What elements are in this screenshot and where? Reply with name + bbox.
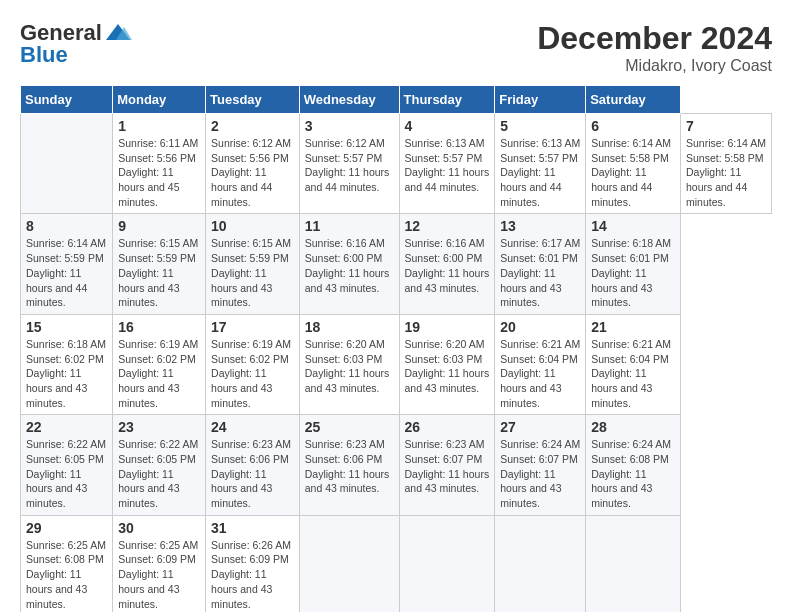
calendar-day-header: Tuesday	[206, 86, 300, 114]
day-info: Sunrise: 6:23 AMSunset: 6:07 PMDaylight:…	[405, 437, 490, 496]
day-number: 21	[591, 319, 675, 335]
day-info: Sunrise: 6:19 AMSunset: 6:02 PMDaylight:…	[118, 337, 200, 410]
calendar-cell: 27Sunrise: 6:24 AMSunset: 6:07 PMDayligh…	[495, 415, 586, 515]
day-number: 11	[305, 218, 394, 234]
day-info: Sunrise: 6:25 AMSunset: 6:09 PMDaylight:…	[118, 538, 200, 611]
calendar-week-row: 29Sunrise: 6:25 AMSunset: 6:08 PMDayligh…	[21, 515, 772, 612]
day-number: 5	[500, 118, 580, 134]
main-title: December 2024	[537, 20, 772, 57]
logo-icon	[104, 22, 132, 44]
calendar-cell: 22Sunrise: 6:22 AMSunset: 6:05 PMDayligh…	[21, 415, 113, 515]
day-number: 15	[26, 319, 107, 335]
day-number: 19	[405, 319, 490, 335]
calendar-day-header: Monday	[113, 86, 206, 114]
calendar-cell: 21Sunrise: 6:21 AMSunset: 6:04 PMDayligh…	[586, 314, 681, 414]
day-number: 9	[118, 218, 200, 234]
day-info: Sunrise: 6:26 AMSunset: 6:09 PMDaylight:…	[211, 538, 294, 611]
calendar-cell: 30Sunrise: 6:25 AMSunset: 6:09 PMDayligh…	[113, 515, 206, 612]
day-info: Sunrise: 6:15 AMSunset: 5:59 PMDaylight:…	[118, 236, 200, 309]
day-info: Sunrise: 6:25 AMSunset: 6:08 PMDaylight:…	[26, 538, 107, 611]
day-info: Sunrise: 6:13 AMSunset: 5:57 PMDaylight:…	[500, 136, 580, 209]
day-number: 17	[211, 319, 294, 335]
day-number: 26	[405, 419, 490, 435]
day-info: Sunrise: 6:22 AMSunset: 6:05 PMDaylight:…	[118, 437, 200, 510]
calendar-cell: 11Sunrise: 6:16 AMSunset: 6:00 PMDayligh…	[299, 214, 399, 314]
day-info: Sunrise: 6:22 AMSunset: 6:05 PMDaylight:…	[26, 437, 107, 510]
day-info: Sunrise: 6:16 AMSunset: 6:00 PMDaylight:…	[305, 236, 394, 295]
calendar-cell: 26Sunrise: 6:23 AMSunset: 6:07 PMDayligh…	[399, 415, 495, 515]
title-block: December 2024 Midakro, Ivory Coast	[537, 20, 772, 75]
day-number: 29	[26, 520, 107, 536]
calendar-cell: 9Sunrise: 6:15 AMSunset: 5:59 PMDaylight…	[113, 214, 206, 314]
day-info: Sunrise: 6:14 AMSunset: 5:58 PMDaylight:…	[591, 136, 675, 209]
day-info: Sunrise: 6:21 AMSunset: 6:04 PMDaylight:…	[500, 337, 580, 410]
day-number: 31	[211, 520, 294, 536]
calendar-cell: 23Sunrise: 6:22 AMSunset: 6:05 PMDayligh…	[113, 415, 206, 515]
day-number: 16	[118, 319, 200, 335]
calendar-week-row: 8Sunrise: 6:14 AMSunset: 5:59 PMDaylight…	[21, 214, 772, 314]
calendar-cell: 10Sunrise: 6:15 AMSunset: 5:59 PMDayligh…	[206, 214, 300, 314]
day-info: Sunrise: 6:23 AMSunset: 6:06 PMDaylight:…	[211, 437, 294, 510]
calendar-cell: 5Sunrise: 6:13 AMSunset: 5:57 PMDaylight…	[495, 114, 586, 214]
day-info: Sunrise: 6:21 AMSunset: 6:04 PMDaylight:…	[591, 337, 675, 410]
day-info: Sunrise: 6:20 AMSunset: 6:03 PMDaylight:…	[405, 337, 490, 396]
day-number: 28	[591, 419, 675, 435]
page-header: General Blue December 2024 Midakro, Ivor…	[20, 20, 772, 75]
day-number: 2	[211, 118, 294, 134]
day-info: Sunrise: 6:15 AMSunset: 5:59 PMDaylight:…	[211, 236, 294, 309]
calendar-cell: 28Sunrise: 6:24 AMSunset: 6:08 PMDayligh…	[586, 415, 681, 515]
calendar-day-header: Saturday	[586, 86, 681, 114]
calendar-cell	[586, 515, 681, 612]
calendar-cell: 29Sunrise: 6:25 AMSunset: 6:08 PMDayligh…	[21, 515, 113, 612]
day-info: Sunrise: 6:16 AMSunset: 6:00 PMDaylight:…	[405, 236, 490, 295]
calendar-day-header: Friday	[495, 86, 586, 114]
day-number: 14	[591, 218, 675, 234]
day-number: 24	[211, 419, 294, 435]
day-info: Sunrise: 6:18 AMSunset: 6:01 PMDaylight:…	[591, 236, 675, 309]
day-number: 23	[118, 419, 200, 435]
day-number: 12	[405, 218, 490, 234]
day-info: Sunrise: 6:19 AMSunset: 6:02 PMDaylight:…	[211, 337, 294, 410]
logo-blue: Blue	[20, 42, 68, 68]
calendar-cell: 16Sunrise: 6:19 AMSunset: 6:02 PMDayligh…	[113, 314, 206, 414]
day-info: Sunrise: 6:11 AMSunset: 5:56 PMDaylight:…	[118, 136, 200, 209]
day-number: 25	[305, 419, 394, 435]
day-number: 13	[500, 218, 580, 234]
day-info: Sunrise: 6:24 AMSunset: 6:08 PMDaylight:…	[591, 437, 675, 510]
calendar-day-header: Thursday	[399, 86, 495, 114]
logo: General Blue	[20, 20, 132, 68]
day-number: 6	[591, 118, 675, 134]
day-number: 8	[26, 218, 107, 234]
calendar-table: SundayMondayTuesdayWednesdayThursdayFrid…	[20, 85, 772, 612]
day-number: 10	[211, 218, 294, 234]
day-info: Sunrise: 6:20 AMSunset: 6:03 PMDaylight:…	[305, 337, 394, 396]
calendar-week-row: 15Sunrise: 6:18 AMSunset: 6:02 PMDayligh…	[21, 314, 772, 414]
day-info: Sunrise: 6:12 AMSunset: 5:57 PMDaylight:…	[305, 136, 394, 195]
calendar-cell: 24Sunrise: 6:23 AMSunset: 6:06 PMDayligh…	[206, 415, 300, 515]
calendar-cell: 18Sunrise: 6:20 AMSunset: 6:03 PMDayligh…	[299, 314, 399, 414]
calendar-cell	[299, 515, 399, 612]
calendar-cell: 7Sunrise: 6:14 AMSunset: 5:58 PMDaylight…	[680, 114, 771, 214]
calendar-cell: 1Sunrise: 6:11 AMSunset: 5:56 PMDaylight…	[113, 114, 206, 214]
calendar-cell: 2Sunrise: 6:12 AMSunset: 5:56 PMDaylight…	[206, 114, 300, 214]
calendar-cell: 19Sunrise: 6:20 AMSunset: 6:03 PMDayligh…	[399, 314, 495, 414]
day-number: 22	[26, 419, 107, 435]
day-number: 7	[686, 118, 766, 134]
day-number: 3	[305, 118, 394, 134]
day-number: 1	[118, 118, 200, 134]
day-info: Sunrise: 6:13 AMSunset: 5:57 PMDaylight:…	[405, 136, 490, 195]
calendar-cell: 14Sunrise: 6:18 AMSunset: 6:01 PMDayligh…	[586, 214, 681, 314]
calendar-cell	[495, 515, 586, 612]
day-info: Sunrise: 6:18 AMSunset: 6:02 PMDaylight:…	[26, 337, 107, 410]
day-info: Sunrise: 6:12 AMSunset: 5:56 PMDaylight:…	[211, 136, 294, 209]
calendar-week-row: 1Sunrise: 6:11 AMSunset: 5:56 PMDaylight…	[21, 114, 772, 214]
day-number: 20	[500, 319, 580, 335]
day-info: Sunrise: 6:24 AMSunset: 6:07 PMDaylight:…	[500, 437, 580, 510]
calendar-cell: 17Sunrise: 6:19 AMSunset: 6:02 PMDayligh…	[206, 314, 300, 414]
calendar-week-row: 22Sunrise: 6:22 AMSunset: 6:05 PMDayligh…	[21, 415, 772, 515]
calendar-cell: 15Sunrise: 6:18 AMSunset: 6:02 PMDayligh…	[21, 314, 113, 414]
calendar-cell: 20Sunrise: 6:21 AMSunset: 6:04 PMDayligh…	[495, 314, 586, 414]
calendar-day-header: Sunday	[21, 86, 113, 114]
day-info: Sunrise: 6:14 AMSunset: 5:59 PMDaylight:…	[26, 236, 107, 309]
calendar-body: 1Sunrise: 6:11 AMSunset: 5:56 PMDaylight…	[21, 114, 772, 613]
